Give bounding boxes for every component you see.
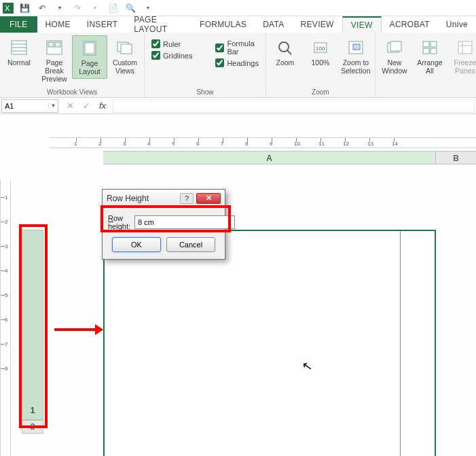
svg-point-13 bbox=[279, 42, 289, 52]
group-label-zoom: Zoom bbox=[268, 87, 373, 97]
new-window-button[interactable]: New Window bbox=[377, 35, 412, 77]
fx-icon[interactable]: fx bbox=[96, 101, 109, 111]
zoom-selection-icon bbox=[346, 38, 365, 57]
name-box-dropdown-icon[interactable]: ▼ bbox=[48, 103, 58, 109]
svg-rect-22 bbox=[431, 41, 437, 47]
zoom-button[interactable]: Zoom bbox=[268, 35, 303, 69]
svg-text:X: X bbox=[5, 4, 10, 12]
zoom-selection-button[interactable]: Zoom to Selection bbox=[338, 35, 373, 77]
group-label-show: Show bbox=[146, 87, 264, 97]
zoom-selection-label: Zoom to Selection bbox=[341, 58, 370, 75]
page-break-preview-button[interactable]: Page Break Preview bbox=[37, 35, 72, 86]
arrange-all-button[interactable]: Arrange All bbox=[412, 35, 447, 77]
ruler-label: Ruler bbox=[163, 40, 181, 48]
worksheet-area: 123 456 789 101112 1314 123 456 78 A B 1… bbox=[0, 114, 476, 456]
touch-mode-icon[interactable]: 📄 bbox=[107, 3, 118, 14]
zoom-label: Zoom bbox=[276, 58, 294, 67]
quick-access-toolbar: 💾 ↶ ▾ ↷ ▾ 📄 🔍 ▾ bbox=[19, 3, 153, 14]
freeze-panes-button[interactable]: Freeze Panes bbox=[447, 35, 476, 77]
tab-view[interactable]: VIEW bbox=[342, 16, 382, 33]
group-show: Ruler Gridlines Formula Bar Headings Sho… bbox=[145, 33, 266, 97]
svg-rect-12 bbox=[121, 44, 132, 54]
ruler-checkbox[interactable]: Ruler bbox=[151, 39, 192, 48]
custom-views-button[interactable]: Custom Views bbox=[107, 35, 143, 77]
tab-file[interactable]: FILE bbox=[0, 16, 37, 33]
tab-review[interactable]: REVIEW bbox=[293, 16, 342, 33]
svg-rect-7 bbox=[48, 42, 54, 47]
undo-dropdown-icon[interactable]: ▾ bbox=[54, 3, 65, 14]
tab-acrobat[interactable]: ACROBAT bbox=[382, 16, 438, 33]
svg-rect-25 bbox=[458, 41, 472, 54]
svg-rect-18 bbox=[353, 44, 360, 50]
tab-unive[interactable]: Unive bbox=[438, 16, 476, 33]
svg-rect-9 bbox=[84, 41, 96, 55]
zoom-icon bbox=[276, 38, 295, 57]
new-window-label: New Window bbox=[382, 58, 407, 75]
page-layout-icon bbox=[80, 39, 99, 58]
group-workbook-views: Normal Page Break Preview Page Layout Cu… bbox=[0, 33, 145, 97]
svg-line-14 bbox=[287, 50, 291, 54]
freeze-panes-label: Freeze Panes bbox=[454, 58, 476, 75]
enter-formula-icon: ✓ bbox=[80, 101, 92, 111]
formula-input[interactable] bbox=[113, 99, 475, 113]
ribbon: Normal Page Break Preview Page Layout Cu… bbox=[0, 33, 476, 98]
dialog-title: Row Height bbox=[107, 194, 149, 203]
page-preview[interactable] bbox=[103, 230, 436, 456]
gridlines-checkbox[interactable]: Gridlines bbox=[151, 51, 192, 60]
arrange-all-icon bbox=[420, 38, 439, 57]
ribbon-tabs: FILE HOME INSERT PAGE LAYOUT FORMULAS DA… bbox=[0, 16, 476, 33]
group-label-views: Workbook Views bbox=[1, 87, 143, 97]
freeze-panes-icon bbox=[456, 38, 475, 57]
redo-icon[interactable]: ↷ bbox=[72, 3, 83, 14]
custom-views-icon bbox=[115, 38, 134, 57]
group-window: New Window Arrange All Freeze Panes S H … bbox=[376, 33, 476, 97]
svg-rect-8 bbox=[55, 42, 60, 47]
print-preview-icon[interactable]: 🔍 bbox=[125, 3, 136, 14]
row-height-dialog: Row Height ? ✕ Row height: OK Cancel bbox=[102, 189, 225, 260]
ok-button[interactable]: OK bbox=[112, 237, 161, 252]
title-bar: X 💾 ↶ ▾ ↷ ▾ 📄 🔍 ▾ bbox=[0, 0, 476, 16]
save-icon[interactable]: 💾 bbox=[19, 3, 30, 14]
zoom-100-label: 100% bbox=[311, 58, 329, 67]
zoom-100-icon: 100 bbox=[311, 38, 330, 57]
qat-customize-icon[interactable]: ▾ bbox=[143, 3, 153, 14]
column-headers[interactable]: A B bbox=[103, 151, 476, 164]
dialog-titlebar[interactable]: Row Height ? ✕ bbox=[103, 190, 225, 207]
column-header-b[interactable]: B bbox=[436, 152, 476, 164]
zoom-100-button[interactable]: 100 100% bbox=[303, 35, 338, 69]
column-header-a[interactable]: A bbox=[103, 152, 436, 164]
dialog-close-button[interactable]: ✕ bbox=[196, 193, 221, 204]
name-box[interactable]: A1 ▼ bbox=[1, 99, 58, 113]
annotation-box-row bbox=[19, 224, 48, 428]
arrange-all-label: Arrange All bbox=[417, 58, 442, 75]
page-break-icon bbox=[45, 38, 64, 57]
svg-text:100: 100 bbox=[316, 46, 325, 52]
group-zoom: Zoom 100 100% Zoom to Selection Zoom bbox=[266, 33, 376, 97]
vertical-ruler: 123 456 78 bbox=[0, 179, 11, 456]
row-height-input[interactable] bbox=[134, 215, 235, 229]
undo-icon[interactable]: ↶ bbox=[37, 3, 48, 14]
cancel-button[interactable]: Cancel bbox=[166, 237, 215, 252]
name-box-value: A1 bbox=[2, 102, 48, 110]
formula-bar: A1 ▼ ✕ ✓ fx bbox=[0, 98, 476, 114]
tab-insert[interactable]: INSERT bbox=[79, 16, 126, 33]
page-layout-label: Page Layout bbox=[79, 59, 100, 75]
normal-icon bbox=[10, 38, 29, 57]
page-layout-button[interactable]: Page Layout bbox=[72, 35, 107, 79]
headings-checkbox[interactable]: Headings bbox=[215, 58, 258, 67]
tab-page-layout[interactable]: PAGE LAYOUT bbox=[126, 16, 191, 33]
svg-rect-20 bbox=[390, 41, 401, 51]
svg-rect-23 bbox=[423, 48, 429, 54]
dialog-help-button[interactable]: ? bbox=[180, 193, 194, 204]
redo-dropdown-icon: ▾ bbox=[90, 3, 100, 14]
tab-formulas[interactable]: FORMULAS bbox=[191, 16, 255, 33]
row-height-label: Row height: bbox=[108, 214, 130, 230]
normal-view-button[interactable]: Normal bbox=[1, 35, 37, 69]
formula-bar-label: Formula Bar bbox=[227, 39, 258, 56]
svg-rect-21 bbox=[423, 41, 429, 47]
cancel-formula-icon: ✕ bbox=[64, 101, 76, 111]
formula-bar-checkbox[interactable]: Formula Bar bbox=[215, 39, 258, 56]
tab-home[interactable]: HOME bbox=[37, 16, 79, 33]
tab-data[interactable]: DATA bbox=[255, 16, 292, 33]
horizontal-ruler: 123 456 789 101112 1314 bbox=[49, 137, 476, 148]
